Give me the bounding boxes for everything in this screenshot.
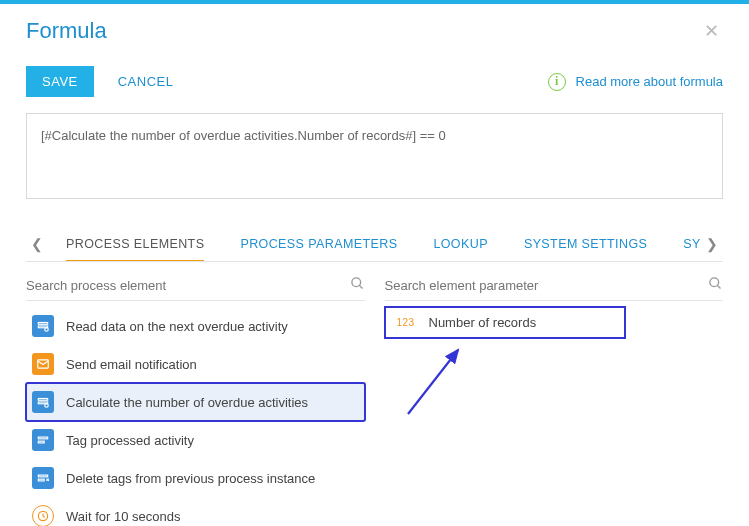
tab-process-parameters[interactable]: PROCESS PARAMETERS <box>240 227 397 261</box>
process-element-item[interactable]: Read data on the next overdue activity <box>26 307 365 345</box>
formula-input[interactable]: [#Calculate the number of overdue activi… <box>26 113 723 199</box>
delete-icon <box>32 467 54 489</box>
read-more-label: Read more about formula <box>576 74 723 89</box>
save-button[interactable]: SAVE <box>26 66 94 97</box>
page-title: Formula <box>26 18 107 44</box>
read-icon <box>32 391 54 413</box>
svg-rect-6 <box>38 399 47 401</box>
svg-rect-9 <box>38 437 47 439</box>
search-icon[interactable] <box>350 276 365 294</box>
process-element-item[interactable]: Delete tags from previous process instan… <box>26 459 365 497</box>
process-element-label: Delete tags from previous process instan… <box>66 471 315 486</box>
timer-icon <box>32 505 54 526</box>
svg-point-0 <box>351 278 360 287</box>
parameter-number-of-records[interactable]: 123 Number of records <box>385 307 625 338</box>
search-process-element-input[interactable] <box>26 278 350 293</box>
formula-text: [#Calculate the number of overdue activi… <box>41 128 446 143</box>
svg-point-8 <box>45 404 49 408</box>
search-icon[interactable] <box>708 276 723 294</box>
read-icon <box>32 315 54 337</box>
search-element-parameter-input[interactable] <box>385 278 709 293</box>
cancel-button[interactable]: CANCEL <box>118 74 174 89</box>
email-icon <box>32 353 54 375</box>
svg-rect-11 <box>38 475 47 477</box>
process-element-item[interactable]: Tag processed activity <box>26 421 365 459</box>
tabs-scroll-right-icon[interactable]: ❯ <box>701 236 723 252</box>
read-more-link[interactable]: i Read more about formula <box>548 73 723 91</box>
parameter-label: Number of records <box>429 315 537 330</box>
process-element-item[interactable]: Send email notification <box>26 345 365 383</box>
tab-system-settings[interactable]: SYSTEM SETTINGS <box>524 227 647 261</box>
svg-rect-12 <box>38 479 44 481</box>
svg-point-16 <box>710 278 719 287</box>
process-element-label: Tag processed activity <box>66 433 194 448</box>
svg-line-1 <box>359 285 362 288</box>
number-type-icon: 123 <box>395 317 417 328</box>
close-icon[interactable]: ✕ <box>700 18 723 44</box>
process-element-label: Read data on the next overdue activity <box>66 319 288 334</box>
tab-lookup[interactable]: LOOKUP <box>433 227 488 261</box>
process-element-label: Send email notification <box>66 357 197 372</box>
info-icon: i <box>548 73 566 91</box>
tag-icon <box>32 429 54 451</box>
svg-point-4 <box>45 328 49 332</box>
svg-line-17 <box>717 285 720 288</box>
tab-process-elements[interactable]: PROCESS ELEMENTS <box>66 227 204 261</box>
tab-system[interactable]: SYSTEM <box>683 227 701 261</box>
process-element-label: Wait for 10 seconds <box>66 509 180 524</box>
process-element-item[interactable]: Calculate the number of overdue activiti… <box>26 383 365 421</box>
tabs-scroll-left-icon[interactable]: ❮ <box>26 236 48 252</box>
process-element-item[interactable]: Wait for 10 seconds <box>26 497 365 526</box>
process-element-label: Calculate the number of overdue activiti… <box>66 395 308 410</box>
svg-rect-2 <box>38 323 47 325</box>
svg-rect-10 <box>38 441 44 443</box>
